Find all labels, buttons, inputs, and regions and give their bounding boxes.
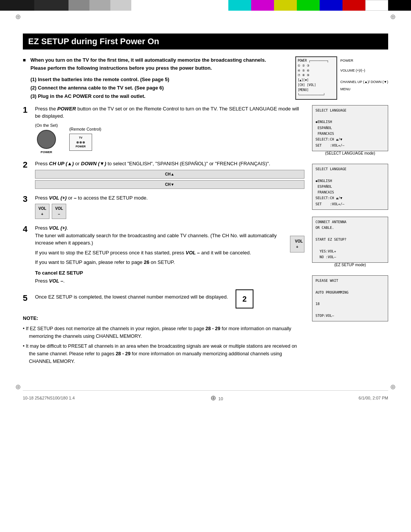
- intro-text: ■ When you turn on the TV for the first …: [23, 56, 292, 101]
- bar-spacer: [131, 0, 228, 11]
- step-2: 2 Press CH UP (▲) or DOWN (▼) to select …: [23, 160, 304, 189]
- step2-screen-wrapper: SELECT LANGUAGE ◆ENGLISH ESPAÑOL FRANCAI…: [312, 164, 388, 210]
- step1-screen-wrapper: SELECT LANGUAGE ◆ENGLISH ESPAÑOL FRANCAI…: [312, 105, 388, 157]
- step3-screen-wrapper: CONNECT ANTENNA OR CABLE. START EZ SETUP…: [312, 217, 388, 268]
- remote-diagram: (Remote Control) TV POWER: [69, 126, 101, 151]
- page-number-box: 2: [236, 289, 253, 308]
- intro-section: ■ When you turn on the TV for the first …: [23, 56, 388, 101]
- step-1-number: 1: [23, 105, 30, 115]
- footer: 10-18 25&27NS100/180 1.4 ⊕ 10 6/1/00, 2:…: [23, 390, 388, 402]
- bar-cyan: [228, 0, 251, 11]
- step3-screen: CONNECT ANTENNA OR CABLE. START EZ SETUP…: [312, 217, 388, 263]
- footer-right: 6/1/00, 2:07 PM: [358, 396, 388, 400]
- step-1-content: Press the POWER button on the TV set or …: [35, 105, 304, 155]
- step-2-number: 2: [23, 160, 30, 170]
- left-column: 1 Press the POWER button on the TV set o…: [23, 105, 304, 367]
- bar-black3: [388, 0, 411, 11]
- step-1: 1 Press the POWER button on the TV set o…: [23, 105, 304, 155]
- step1-diagram: (On the Set) POWER (Remote Control) TV: [35, 122, 304, 155]
- step2-down-label: DOWN (▼): [81, 161, 106, 166]
- footer-crosshair: ⊕: [210, 394, 216, 402]
- right-column: SELECT LANGUAGE ◆ENGLISH ESPAÑOL FRANCAI…: [312, 105, 388, 367]
- remote-control-graphic: TV POWER: [69, 134, 92, 151]
- step1-screen-caption: (SELECT LANGUAGE mode): [312, 151, 388, 155]
- intro-bullet-main: ■ When you turn on the TV for the first …: [23, 56, 292, 72]
- ch-down-button: CH▼: [35, 180, 304, 189]
- step-5-content: Once EZ SETUP is completed, the lowest c…: [35, 293, 304, 308]
- intro-instructions: Please perform the following instruction…: [30, 65, 212, 71]
- step3-minus-label: –: [74, 195, 76, 201]
- footer-center: ⊕ 10: [210, 394, 223, 402]
- step-2-content: Press CH UP (▲) or DOWN (▼) to select "E…: [35, 160, 304, 189]
- power-button-label: POWER: [35, 150, 58, 155]
- intro-step1: (1) Insert the batteries into the remote…: [30, 75, 292, 84]
- vol-minus-button: VOL–: [52, 204, 66, 219]
- step4-body1: The tuner will automatically search for …: [35, 232, 285, 247]
- vol-button-diagram: VOL+ VOL–: [35, 204, 304, 219]
- step1-power-label: POWER: [57, 106, 76, 112]
- step-5-number: 5: [23, 293, 30, 303]
- tv-labels: POWER VOLUME (+)/(–) CHANNEL UP (▲)/ DOW…: [340, 57, 388, 93]
- step-3-number: 3: [23, 194, 30, 204]
- reg-mark-mid-right: ⊕: [390, 383, 396, 391]
- step3-screen-caption: (EZ SETUP mode): [312, 263, 388, 267]
- intro-step2: (2) Connect the antenna cable to the TV …: [30, 84, 292, 92]
- tv-set-graphic: POWER ┌─────────┐ ① ② ③ ④ ⑤ ⑥ ⑦ ⑧ ⑨ [▲][…: [295, 56, 337, 100]
- bar-gray1: [68, 0, 89, 11]
- step4-screen-wrapper: PLEASE WAIT AUTO PROGRAMMING 18 STOP:VOL…: [312, 275, 388, 321]
- footer-left: 10-18 25&27NS100/180 1.4: [23, 396, 75, 400]
- step-3-content: Press VOL (+) or – to access the EZ SETU…: [35, 194, 304, 219]
- intro-bold: When you turn on the TV for the first ti…: [30, 57, 266, 63]
- step3-vol-label: VOL (+): [49, 195, 67, 201]
- step4-vol-label: VOL (+): [49, 225, 67, 231]
- step4-screen: PLEASE WAIT AUTO PROGRAMMING 18 STOP:VOL…: [312, 275, 388, 321]
- step-5: 5 Once EZ SETUP is completed, the lowest…: [23, 293, 304, 308]
- step2-screen: SELECT LANGUAGE ◆ENGLISH ESPAÑOL FRANCAI…: [312, 164, 388, 210]
- ch-button-diagram: CH▲ CH▼: [35, 170, 304, 189]
- bar-green: [297, 0, 320, 11]
- vol-single-button: VOL+: [290, 236, 304, 252]
- bar-black1: [0, 0, 34, 11]
- note-bullet-2: It may be difficult to PRESET all channe…: [23, 342, 304, 365]
- step-4-content: Press VOL (+). The tuner will automatica…: [35, 224, 304, 288]
- bar-magenta: [251, 0, 274, 11]
- bar-red: [342, 0, 365, 11]
- reg-mark-top-left: ⊕: [15, 13, 21, 21]
- note-section: NOTE: If EZ SETUP does not memorize all …: [23, 315, 304, 365]
- bar-gray2: [89, 0, 110, 11]
- step4-vol-minus: VOL –: [186, 250, 200, 256]
- bar-blue: [320, 0, 342, 11]
- onset-diagram: (On the Set) POWER: [35, 122, 58, 155]
- reg-mark-top-right: ⊕: [390, 13, 396, 21]
- cancel-vol-minus: VOL –: [49, 278, 63, 284]
- bar-gray3: [110, 0, 131, 11]
- cancel-title: To cancel EZ SETUP: [35, 270, 83, 276]
- intro-step3: (3) Plug in the AC POWER cord to the wal…: [30, 92, 292, 101]
- note-bullet-1: If EZ SETUP does not memorize all the ch…: [23, 325, 304, 340]
- vol-plus-button: VOL+: [35, 204, 49, 219]
- page-content: EZ SETUP during First Power On ■ When yo…: [0, 22, 411, 383]
- bar-black2: [34, 0, 68, 11]
- bar-white: [365, 0, 388, 11]
- power-button-onset: [37, 130, 56, 149]
- vol-single-diagram: VOL+: [290, 233, 304, 252]
- tv-panel-diagram: POWER ┌─────────┐ ① ② ③ ④ ⑤ ⑥ ⑦ ⑧ ⑨ [▲][…: [295, 56, 388, 101]
- top-color-bar: [0, 0, 411, 11]
- note-title: NOTE:: [23, 315, 304, 323]
- step-4-number: 4: [23, 224, 30, 234]
- step-4: 4 Press VOL (+). The tuner will automati…: [23, 224, 304, 288]
- bar-yellow: [274, 0, 297, 11]
- step-3: 3 Press VOL (+) or – to access the EZ SE…: [23, 194, 304, 219]
- reg-mark-mid-left: ⊕: [15, 383, 21, 391]
- page-title: EZ SETUP during First Power On: [23, 34, 388, 50]
- footer-page: 10: [218, 396, 223, 401]
- step1-screen: SELECT LANGUAGE ◆ENGLISH ESPAÑOL FRANCAI…: [312, 105, 388, 151]
- step5-text: Once EZ SETUP is completed, the lowest c…: [35, 293, 228, 301]
- cancel-ez-setup: To cancel EZ SETUP Press VOL –.: [35, 269, 285, 285]
- main-layout: 1 Press the POWER button on the TV set o…: [23, 105, 388, 367]
- ch-up-button: CH▲: [35, 170, 304, 179]
- note-bullets: If EZ SETUP does not memorize all the ch…: [23, 325, 304, 365]
- step2-ch-label: CH UP (▲): [49, 161, 74, 166]
